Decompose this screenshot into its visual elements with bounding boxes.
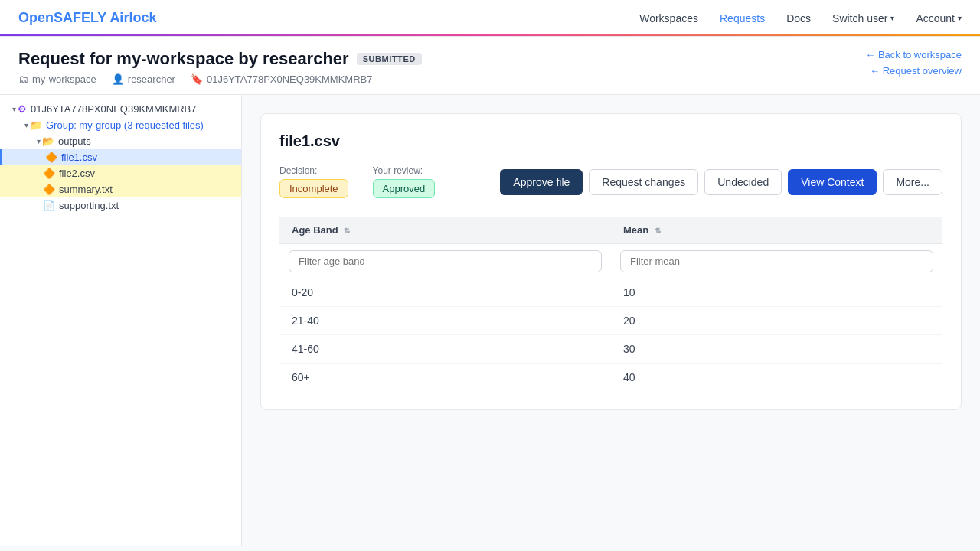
account-dropdown[interactable]: Account ▾ — [916, 12, 962, 24]
researcher-icon: 👤 — [112, 73, 124, 85]
col-mean[interactable]: Mean ⇅ — [611, 217, 942, 244]
table-row: 60+ 40 — [279, 364, 942, 392]
navbar-links: Workspaces Requests Docs Switch user ▾ A… — [639, 12, 962, 24]
sidebar-outputs-folder[interactable]: ▾ 📂 outputs — [0, 133, 241, 149]
nav-requests[interactable]: Requests — [720, 12, 765, 24]
more-button[interactable]: More... — [883, 169, 942, 195]
outputs-label: outputs — [58, 135, 235, 147]
brand-logo[interactable]: OpenSAFELY Airlock — [18, 10, 156, 26]
table-row: 0-20 10 — [279, 279, 942, 307]
title-text: Request for my-workspace by researcher — [18, 49, 349, 69]
summary-status-icon: 🔶 — [43, 184, 55, 195]
decision-field: Decision: Incomplete — [279, 165, 348, 198]
cell-mean-0: 10 — [611, 279, 942, 307]
undecided-button[interactable]: Undecided — [704, 169, 782, 195]
root-collapse-icon: ▾ — [12, 105, 16, 113]
view-context-button[interactable]: View Context — [788, 169, 877, 195]
sort-age-band-icon: ⇅ — [344, 227, 350, 235]
cell-age-band-1: 21-40 — [279, 307, 611, 335]
researcher-name: researcher — [263, 49, 349, 68]
main-layout: ▾ ⚙ 01J6YTA778PX0NEQ39KMMKMRB7 ▾ 📁 Group… — [0, 95, 980, 546]
table-row: 21-40 20 — [279, 307, 942, 335]
filter-mean-cell — [611, 244, 942, 279]
sidebar-item-file2[interactable]: 🔶 file2.csv — [0, 165, 241, 181]
decision-label: Decision: — [279, 165, 348, 176]
request-id-meta: 🔖 01J6YTA778PX0NEQ39KMMKMRB7 — [191, 73, 373, 85]
workspace-meta: 🗂 my-workspace — [18, 73, 96, 85]
switch-user-dropdown[interactable]: Switch user ▾ — [832, 12, 894, 24]
table-row: 41-60 30 — [279, 335, 942, 364]
filter-mean-input[interactable] — [620, 250, 933, 272]
file2-label: file2.csv — [59, 168, 235, 179]
account-chevron-icon: ▾ — [958, 14, 962, 22]
outputs-collapse-icon: ▾ — [37, 137, 41, 145]
table-header-row: Age Band ⇅ Mean ⇅ — [279, 217, 942, 244]
nav-workspaces[interactable]: Workspaces — [639, 12, 698, 24]
back-to-workspace-link[interactable]: ← Back to workspace — [865, 49, 962, 60]
group-icon: 📁 — [30, 119, 42, 131]
supporting-status-icon: 📄 — [43, 200, 55, 211]
filter-age-band-cell — [279, 244, 611, 279]
table-filter-row — [279, 244, 942, 279]
col-age-band[interactable]: Age Band ⇅ — [279, 217, 611, 244]
sort-mean-icon: ⇅ — [655, 227, 661, 235]
request-id-icon: 🔖 — [191, 73, 203, 85]
file1-label: file1.csv — [61, 152, 235, 163]
page-actions: ← Back to workspace ← Request overview — [865, 49, 962, 77]
request-overview-link[interactable]: ← Request overview — [870, 65, 962, 77]
cell-mean-2: 30 — [611, 335, 942, 364]
your-review-label: Your review: — [373, 165, 436, 176]
group-collapse-icon: ▾ — [24, 121, 28, 129]
request-changes-button[interactable]: Request changes — [589, 169, 698, 195]
your-review-value: Approved — [373, 179, 436, 198]
file2-status-icon: 🔶 — [43, 168, 55, 179]
folder-icon: 📂 — [42, 135, 54, 147]
cell-age-band-3: 60+ — [279, 364, 611, 392]
status-badge: SUBMITTED — [357, 53, 422, 65]
sidebar-root-item[interactable]: ▾ ⚙ 01J6YTA778PX0NEQ39KMMKMRB7 — [0, 101, 241, 117]
decision-value: Incomplete — [279, 179, 348, 198]
switch-user-label: Switch user — [832, 12, 887, 24]
sidebar-item-supporting[interactable]: 📄 supporting.txt — [0, 197, 241, 214]
cell-mean-1: 20 — [611, 307, 942, 335]
page-header: Request for my-workspace by researcher S… — [0, 37, 980, 95]
sidebar: ▾ ⚙ 01J6YTA778PX0NEQ39KMMKMRB7 ▾ 📁 Group… — [0, 95, 242, 546]
filter-age-band-input[interactable] — [289, 250, 602, 272]
data-table: Age Band ⇅ Mean ⇅ — [279, 217, 942, 391]
page-meta: 🗂 my-workspace 👤 researcher 🔖 01J6YTA778… — [18, 73, 422, 85]
supporting-label: supporting.txt — [59, 200, 235, 211]
sidebar-group-item[interactable]: ▾ 📁 Group: my-group (3 requested files) — [0, 117, 241, 133]
page-header-left: Request for my-workspace by researcher S… — [18, 49, 422, 85]
brand-prefix: OpenSAFELY — [18, 10, 106, 25]
table-body: 0-20 10 21-40 20 41-60 30 60+ 40 — [279, 279, 942, 391]
navbar: OpenSAFELY Airlock Workspaces Requests D… — [0, 0, 980, 37]
approve-file-button[interactable]: Approve file — [500, 169, 583, 195]
brand-suffix: Airlock — [109, 10, 156, 25]
action-buttons: Approve file Request changes Undecided V… — [500, 169, 942, 195]
file-panel: file1.csv Decision: Incomplete Your revi… — [260, 113, 962, 410]
root-icon: ⚙ — [18, 103, 27, 115]
file1-status-icon: 🔶 — [45, 152, 57, 163]
page-title: Request for my-workspace by researcher S… — [18, 49, 422, 69]
summary-label: summary.txt — [59, 184, 235, 195]
review-row: Decision: Incomplete Your review: Approv… — [279, 165, 942, 198]
account-label: Account — [916, 12, 955, 24]
cell-age-band-2: 41-60 — [279, 335, 611, 364]
file-title: file1.csv — [279, 132, 942, 150]
group-label: Group: my-group (3 requested files) — [46, 119, 235, 131]
cell-mean-3: 40 — [611, 364, 942, 392]
researcher-meta: 👤 researcher — [112, 73, 175, 85]
switch-user-chevron-icon: ▾ — [890, 14, 894, 22]
nav-docs[interactable]: Docs — [786, 12, 811, 24]
workspace-icon: 🗂 — [18, 73, 28, 85]
your-review-field: Your review: Approved — [373, 165, 436, 198]
cell-age-band-0: 0-20 — [279, 279, 611, 307]
main-content: file1.csv Decision: Incomplete Your revi… — [242, 95, 980, 546]
sidebar-item-summary[interactable]: 🔶 summary.txt — [0, 181, 241, 197]
root-label: 01J6YTA778PX0NEQ39KMMKMRB7 — [31, 103, 235, 115]
sidebar-item-file1[interactable]: 🔶 file1.csv — [0, 149, 241, 165]
